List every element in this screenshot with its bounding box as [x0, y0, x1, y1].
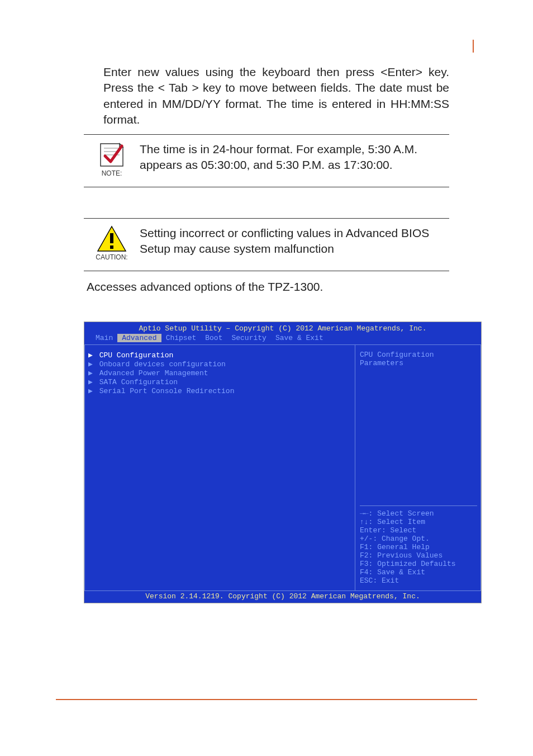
svg-rect-4: [110, 245, 113, 249]
bios-help-panel: CPU Configuration Parameters →←: Select …: [355, 345, 481, 590]
bios-screenshot: Aptio Setup Utility – Copyright (C) 2012…: [84, 322, 482, 603]
bios-menu-item[interactable]: ▶ Advanced Power Management: [87, 368, 351, 377]
triangle-right-icon: ▶: [88, 378, 93, 386]
bios-menu-item[interactable]: ▶ Onboard devices configuration: [87, 360, 351, 368]
triangle-right-icon: ▶: [88, 351, 93, 360]
triangle-right-icon: ▶: [88, 387, 93, 395]
bios-key-line: F4: Save & Exit: [360, 568, 477, 577]
bios-title: Aptio Setup Utility – Copyright (C) 2012…: [84, 322, 481, 334]
caution-caption: CAUTION:: [96, 253, 127, 261]
bios-menu-item[interactable]: ▶ SATA Configuration: [87, 377, 351, 386]
bios-tab-main[interactable]: Main: [91, 334, 117, 342]
advanced-description: Accesses advanced options of the TPZ-130…: [87, 280, 449, 294]
bios-menu: ▶ CPU Configuration▶ Onboard devices con…: [84, 345, 355, 590]
intro-paragraph: Enter new values using the keyboard then…: [103, 64, 449, 127]
caution-icon: [97, 225, 127, 252]
page-footer-divider: [56, 699, 477, 700]
bios-key-line: F1: General Help: [360, 543, 477, 551]
bios-key-line: ESC: Exit: [360, 577, 477, 585]
bios-tab-chipset[interactable]: Chipset: [161, 334, 201, 342]
bios-key-legend: →←: Select Screen↑↓: Select ItemEnter: S…: [360, 505, 477, 585]
svg-rect-3: [110, 233, 113, 243]
bios-tab-advanced[interactable]: Advanced: [117, 334, 161, 342]
note-caption: NOTE:: [102, 169, 122, 177]
triangle-right-icon: ▶: [88, 360, 93, 368]
bios-menu-item-label: CPU Configuration: [95, 351, 173, 360]
bios-help-text: CPU Configuration Parameters: [360, 351, 477, 468]
bios-key-line: →←: Select Screen: [360, 509, 477, 518]
bios-key-line: F2: Previous Values: [360, 551, 477, 560]
triangle-right-icon: ▶: [88, 369, 93, 377]
bios-key-line: F3: Optimized Defaults: [360, 560, 477, 568]
caution-text: Setting incorrect or conflicting values …: [140, 223, 449, 256]
bios-tab-bar: MainAdvancedChipsetBootSecuritySave & Ex…: [84, 334, 481, 344]
note-callout: NOTE: The time is in 24-hour format. For…: [84, 134, 449, 187]
bios-key-line: ↑↓: Select Item: [360, 518, 477, 526]
bios-menu-item-label: SATA Configuration: [95, 378, 178, 386]
bios-footer: Version 2.14.1219. Copyright (C) 2012 Am…: [84, 590, 481, 603]
bios-key-line: Enter: Select: [360, 526, 477, 535]
bios-menu-item[interactable]: ▶ Serial Port Console Redirection: [87, 386, 351, 395]
bios-menu-item-label: Onboard devices configuration: [95, 360, 226, 368]
bios-menu-item-label: Serial Port Console Redirection: [95, 387, 235, 395]
note-icon: [97, 141, 126, 168]
note-text: The time is in 24-hour format. For examp…: [140, 139, 449, 172]
bios-tab-security[interactable]: Security: [227, 334, 270, 342]
bios-key-line: +/-: Change Opt.: [360, 535, 477, 543]
bios-tab-boot[interactable]: Boot: [201, 334, 227, 342]
bios-tab-save-exit[interactable]: Save & Exit: [271, 334, 328, 342]
header-accent-bar: [473, 40, 474, 53]
bios-menu-item[interactable]: ▶ CPU Configuration: [87, 351, 351, 360]
caution-callout: CAUTION: Setting incorrect or conflictin…: [84, 218, 449, 271]
bios-menu-item-label: Advanced Power Management: [95, 369, 208, 377]
